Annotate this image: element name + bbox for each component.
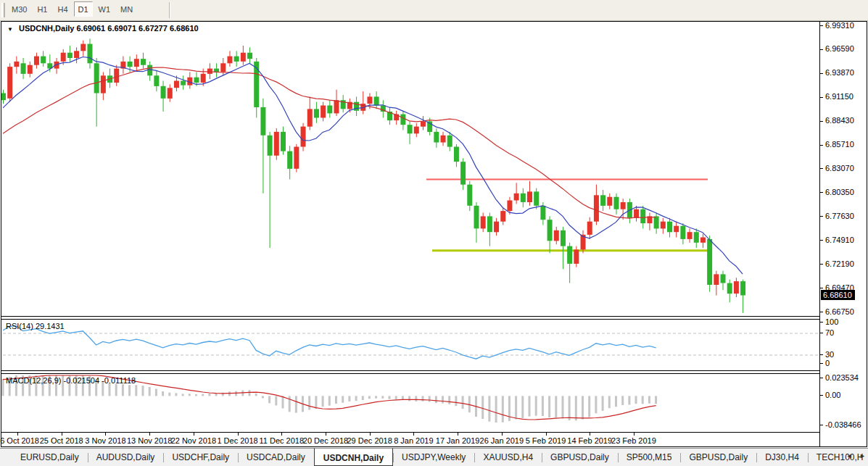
candle-body bbox=[294, 147, 299, 169]
macd-axis-tick bbox=[820, 395, 823, 396]
macd-histogram-bar bbox=[515, 396, 517, 419]
candle-body bbox=[227, 57, 232, 64]
macd-histogram-bar bbox=[642, 396, 644, 404]
rsi-axis-tick bbox=[820, 333, 823, 333]
price-axis[interactable]: 6.993106.965906.938706.911506.884306.857… bbox=[820, 21, 868, 447]
macd-histogram-bar bbox=[375, 396, 377, 398]
candle-body bbox=[194, 78, 199, 83]
macd-histogram-bar bbox=[122, 384, 124, 396]
rsi-canvas[interactable] bbox=[1, 320, 819, 371]
toolbar-separator bbox=[169, 2, 170, 18]
date-axis-label: 26 Jan 2019 bbox=[480, 436, 524, 445]
chart-tab-audusd-daily[interactable]: AUDUSD,Daily bbox=[88, 449, 164, 466]
chart-title: USDCNH,Daily bbox=[19, 24, 74, 33]
candle-body bbox=[234, 57, 239, 62]
macd-histogram-bar bbox=[621, 396, 624, 405]
date-axis-tick bbox=[62, 433, 62, 436]
candle-body bbox=[721, 274, 726, 283]
timeframe-buttons: M30H1H4D1W1MN bbox=[7, 1, 139, 20]
date-axis-tick bbox=[634, 433, 635, 436]
candle-body bbox=[494, 222, 499, 233]
chart-tab-gbpusd-daily[interactable]: GBPUSD,Daily bbox=[680, 449, 756, 466]
price-axis-tick bbox=[820, 312, 823, 312]
macd-histogram-bar bbox=[335, 396, 337, 404]
date-axis-tick bbox=[458, 433, 458, 436]
candle-body bbox=[54, 62, 59, 69]
rsi-line bbox=[3, 326, 656, 359]
candle-body bbox=[554, 230, 559, 241]
timeframe-button-h4[interactable]: H4 bbox=[53, 1, 72, 17]
candle-body bbox=[487, 216, 492, 232]
macd-histogram-bar bbox=[502, 396, 504, 422]
date-axis-label: 11 Dec 2018 bbox=[259, 436, 304, 445]
candle-body bbox=[260, 107, 265, 136]
date-axis-label: 25 Oct 2018 bbox=[40, 436, 83, 445]
rsi-label: RSI(14) 29.1431 bbox=[6, 322, 65, 330]
candle-body bbox=[7, 67, 12, 99]
timeframe-button-w1[interactable]: W1 bbox=[94, 1, 115, 17]
candle-body bbox=[434, 132, 439, 143]
price-axis-label: 6.88430 bbox=[825, 116, 854, 125]
macd-histogram-bar bbox=[395, 396, 397, 399]
main-chart-pane[interactable]: ▼ USDCNH,Daily 6.69061 6.69071 6.67277 6… bbox=[1, 21, 819, 317]
candle-body bbox=[707, 239, 712, 285]
candle-body bbox=[607, 197, 612, 206]
rsi-pane[interactable]: RSI(14) 29.1431 bbox=[1, 319, 819, 371]
macd-axis-tick bbox=[820, 425, 823, 425]
chart-header: ▼ USDCNH,Daily 6.69061 6.69071 6.67277 6… bbox=[7, 24, 199, 33]
price-axis-label: 6.96590 bbox=[825, 44, 854, 53]
chart-tab-eurusd-daily[interactable]: EURUSD,Daily bbox=[12, 449, 88, 466]
ma-fast-line[interactable] bbox=[3, 57, 743, 275]
chart-tab-usdchf-daily[interactable]: USDCHF,Daily bbox=[163, 449, 238, 466]
macd-histogram-bar bbox=[135, 385, 137, 396]
price-axis-tick bbox=[820, 49, 823, 50]
macd-histogram-bar bbox=[521, 396, 524, 418]
date-axis-tick bbox=[590, 433, 590, 436]
date-axis-tick bbox=[413, 433, 414, 436]
candle-body bbox=[141, 59, 146, 65]
macd-axis-label: 0.023534 bbox=[825, 373, 859, 382]
candle-body bbox=[241, 53, 246, 62]
date-axis[interactable]: 16 Oct 201825 Oct 20183 Nov 201813 Nov 2… bbox=[1, 433, 819, 447]
macd-histogram-bar bbox=[569, 396, 571, 420]
chart-tab-gbpusd-daily[interactable]: GBPUSD,Daily bbox=[542, 449, 618, 466]
price-axis-tick bbox=[820, 240, 823, 241]
chart-tab-usdcnh-daily[interactable]: USDCNH,Daily bbox=[314, 448, 393, 466]
timeframe-button-d1[interactable]: D1 bbox=[74, 1, 93, 17]
candle-body bbox=[534, 191, 539, 205]
macd-histogram-bar bbox=[582, 396, 584, 419]
candle-body bbox=[734, 281, 739, 294]
toolbar-grip[interactable] bbox=[1, 3, 5, 17]
candle-body bbox=[600, 195, 605, 206]
macd-histogram-bar bbox=[529, 396, 531, 416]
chart-tab-usdjpy-weekly[interactable]: USDJPY,Weekly bbox=[393, 449, 474, 466]
date-axis-tick bbox=[502, 433, 503, 436]
date-axis-label: 20 Dec 2018 bbox=[303, 436, 348, 445]
main-chart-canvas[interactable] bbox=[1, 22, 819, 316]
tab-scroll-right-icon[interactable]: ► bbox=[859, 452, 866, 459]
chart-tab-dj30-h4[interactable]: DJ30,H4 bbox=[756, 449, 808, 466]
macd-axis-tick bbox=[820, 378, 823, 378]
timeframe-button-h1[interactable]: H1 bbox=[33, 1, 51, 17]
timeframe-button-m30[interactable]: M30 bbox=[7, 1, 31, 17]
price-axis-label: 6.91150 bbox=[825, 92, 853, 101]
chevron-down-icon[interactable]: ▼ bbox=[7, 26, 13, 33]
chart-tab-xauusd-h4[interactable]: XAUUSD,H4 bbox=[474, 449, 542, 466]
macd-histogram-bar bbox=[488, 396, 490, 421]
date-axis-label: 23 Feb 2019 bbox=[611, 436, 656, 445]
macd-histogram-bar bbox=[348, 396, 350, 401]
tab-scroll-buttons: ◄ ► bbox=[841, 452, 866, 459]
price-axis-tick bbox=[820, 97, 823, 98]
date-axis-tick bbox=[326, 433, 326, 436]
tab-scroll-left-icon[interactable]: ◄ bbox=[846, 452, 853, 459]
candle-body bbox=[714, 274, 719, 285]
macd-histogram-bar bbox=[422, 396, 424, 401]
timeframe-button-mn[interactable]: MN bbox=[116, 1, 137, 17]
chart-tab-sp500-m15[interactable]: SP500,M15 bbox=[618, 449, 681, 466]
macd-pane[interactable]: MACD(12,26,9) -0.021504 -0.011118 bbox=[1, 373, 819, 433]
chart-tab-usdcad-daily[interactable]: USDCAD,Daily bbox=[238, 449, 314, 466]
macd-histogram-bar bbox=[548, 396, 550, 417]
macd-histogram-bar bbox=[275, 396, 277, 405]
rsi-axis-tick bbox=[820, 363, 823, 364]
macd-histogram-bar bbox=[322, 396, 324, 407]
